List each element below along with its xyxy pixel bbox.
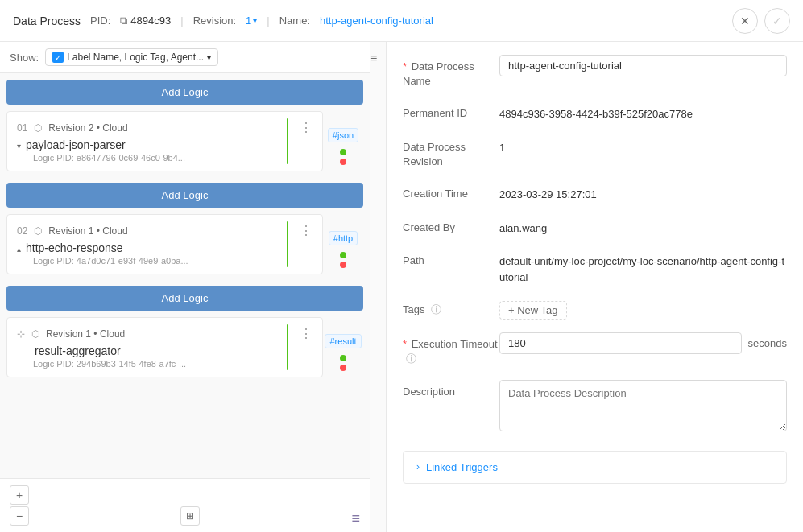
- header-pid-label: PID:: [90, 14, 110, 27]
- field-value-creation-time: 2023-03-29 15:27:01: [499, 182, 787, 203]
- linked-triggers-header[interactable]: › Linked Triggers: [416, 461, 773, 473]
- logic-revision-1: Revision 2 • Cloud: [48, 122, 127, 134]
- connector-line-2: [287, 221, 288, 267]
- tags-info-icon[interactable]: ⓘ: [431, 303, 441, 315]
- dot-red-3: [340, 365, 346, 371]
- logic-number-2: 02: [17, 225, 27, 237]
- dot-red-1: [340, 159, 346, 165]
- logic-cloud-icon-3: ⬡: [31, 328, 39, 340]
- main-body: Show: ✓ Label Name, Logic Tag, Agent... …: [0, 42, 803, 532]
- tag-badge-2: #http: [329, 231, 358, 245]
- confirm-button[interactable]: ✓: [764, 8, 790, 34]
- field-value-pid: 4894c936-3958-4424-b39f-525f20ac778e: [499, 101, 787, 122]
- field-value-path: default-unit/my-loc-project/my-loc-scena…: [499, 249, 787, 285]
- logic-revision-2: Revision 1 • Cloud: [48, 225, 127, 237]
- field-label-tags: Tags ⓘ: [403, 298, 499, 317]
- copy-icon[interactable]: ⧉: [120, 14, 127, 27]
- form-row-timeout: Execution Timeout ⓘ seconds: [403, 332, 787, 366]
- show-select[interactable]: ✓ Label Name, Logic Tag, Agent... ▾: [45, 48, 218, 66]
- logic-item-wrapper-3: ⊹ ⬡ Revision 1 • Cloud ⋮ result-aggregat…: [6, 317, 363, 379]
- form-row-revision: Data Process Revision 1: [403, 135, 787, 169]
- field-label-created-by: Created By: [403, 216, 499, 235]
- header-revision-label: Revision:: [193, 14, 236, 27]
- form-row-name: Data Process Name: [403, 55, 787, 89]
- connector-dots-1: #json: [323, 111, 363, 173]
- logic-more-2[interactable]: ⋮: [300, 223, 313, 238]
- field-label-revision: Data Process Revision: [403, 135, 499, 169]
- form-row-description: Description: [403, 380, 787, 431]
- logic-list: Add Logic 01 ⬡ Revision 2 • Cloud ⋮ ▾ pa…: [0, 73, 370, 478]
- connector-line-1: [287, 118, 288, 164]
- field-label-pid: Permanent ID: [403, 101, 499, 121]
- logic-card-2: 02 ⬡ Revision 1 • Cloud ⋮ ▴ http-echo-re…: [6, 214, 323, 274]
- left-panel: Show: ✓ Label Name, Logic Tag, Agent... …: [0, 42, 370, 532]
- dot-red-2: [340, 262, 346, 268]
- list-view-button[interactable]: ≡: [351, 510, 360, 527]
- add-logic-button-1[interactable]: Add Logic: [6, 80, 363, 105]
- header-revision-select[interactable]: 1 ▾: [246, 14, 257, 27]
- description-textarea[interactable]: [499, 380, 787, 431]
- timeout-unit: seconds: [748, 337, 787, 349]
- show-checkbox: ✓: [52, 52, 64, 63]
- new-tag-button[interactable]: + New Tag: [499, 301, 567, 320]
- logic-name-1: payload-json-parser: [26, 138, 126, 151]
- expand-button[interactable]: ⊞: [180, 506, 200, 526]
- linked-triggers: › Linked Triggers: [403, 451, 787, 484]
- zoom-controls: + −: [10, 485, 29, 526]
- field-input-name[interactable]: [499, 55, 787, 76]
- linked-triggers-label: Linked Triggers: [426, 461, 498, 473]
- timeout-input-row: seconds: [499, 332, 787, 354]
- app-container: Data Process PID: ⧉ 4894c93 | Revision: …: [0, 0, 803, 532]
- logic-pid-2: Logic PID: 4a7d0c71-e93f-49e9-a0ba...: [17, 256, 313, 266]
- zoom-in-button[interactable]: +: [10, 485, 29, 505]
- logic-pid-1: Logic PID: e8647796-0c69-46c0-9b4...: [17, 153, 313, 163]
- form-row-path: Path default-unit/my-loc-project/my-loc-…: [403, 249, 787, 285]
- logic-name-2: http-echo-response: [26, 241, 123, 254]
- form-row-pid: Permanent ID 4894c936-3958-4424-b39f-525…: [403, 101, 787, 122]
- add-logic-button-3[interactable]: Add Logic: [6, 286, 363, 311]
- field-label-creation-time: Creation Time: [403, 182, 499, 201]
- logic-number-1: 01: [17, 122, 27, 134]
- logic-revision-3: Revision 1 • Cloud: [46, 328, 125, 340]
- field-label-name: Data Process Name: [403, 55, 499, 89]
- logic-more-1[interactable]: ⋮: [300, 120, 313, 135]
- field-label-path: Path: [403, 249, 499, 268]
- tag-badge-3: #result: [325, 334, 361, 348]
- chevron-down-icon: ▾: [253, 16, 257, 25]
- field-value-revision: 1: [499, 135, 787, 156]
- header-name-value: http-agent-config-tutorial: [320, 14, 433, 27]
- connector-dots-3: #result: [323, 317, 363, 379]
- add-logic-button-2[interactable]: Add Logic: [6, 183, 363, 208]
- chevron-down-icon: ▾: [207, 53, 211, 62]
- logic-pid-3: Logic PID: 294b69b3-14f5-4fe8-a7fc-...: [17, 359, 313, 369]
- header-pid-value: ⧉ 4894c93: [120, 14, 171, 27]
- show-value: Label Name, Logic Tag, Agent...: [67, 52, 204, 63]
- header-title: Data Process: [13, 14, 81, 27]
- form-row-tags: Tags ⓘ + New Tag: [403, 298, 787, 320]
- logic-more-3[interactable]: ⋮: [300, 326, 313, 341]
- field-label-description: Description: [403, 380, 499, 399]
- connector-dots-2: #http: [323, 214, 363, 276]
- dot-green-2: [340, 252, 346, 258]
- form-row-created-by: Created By alan.wang: [403, 216, 787, 237]
- logic-collapse-toggle-1[interactable]: ▾: [17, 142, 21, 151]
- dot-green-1: [340, 149, 346, 155]
- tags-container: + New Tag: [499, 298, 787, 320]
- pin-icon-3[interactable]: ⊹: [17, 328, 25, 340]
- timeout-input[interactable]: [499, 332, 742, 354]
- show-bar: Show: ✓ Label Name, Logic Tag, Agent... …: [0, 42, 370, 73]
- logic-cloud-icon-1: ⬡: [34, 122, 42, 134]
- logic-item-wrapper-2: 02 ⬡ Revision 1 • Cloud ⋮ ▴ http-echo-re…: [6, 214, 363, 276]
- header-actions: ✕ ✓: [732, 8, 790, 34]
- close-button[interactable]: ✕: [732, 8, 758, 34]
- collapse-icon: ≡: [370, 52, 377, 64]
- logic-item-wrapper-1: 01 ⬡ Revision 2 • Cloud ⋮ ▾ payload-json…: [6, 111, 363, 173]
- right-panel: Data Process Name Permanent ID 4894c936-…: [387, 42, 803, 532]
- logic-name-3: result-aggregator: [35, 344, 121, 357]
- side-collapse-button[interactable]: ≡: [370, 42, 387, 532]
- linked-triggers-chevron: ›: [416, 461, 420, 472]
- logic-collapse-toggle-2[interactable]: ▴: [17, 245, 21, 254]
- field-label-timeout: Execution Timeout ⓘ: [403, 332, 499, 366]
- zoom-out-button[interactable]: −: [10, 506, 29, 526]
- timeout-info-icon[interactable]: ⓘ: [406, 353, 416, 365]
